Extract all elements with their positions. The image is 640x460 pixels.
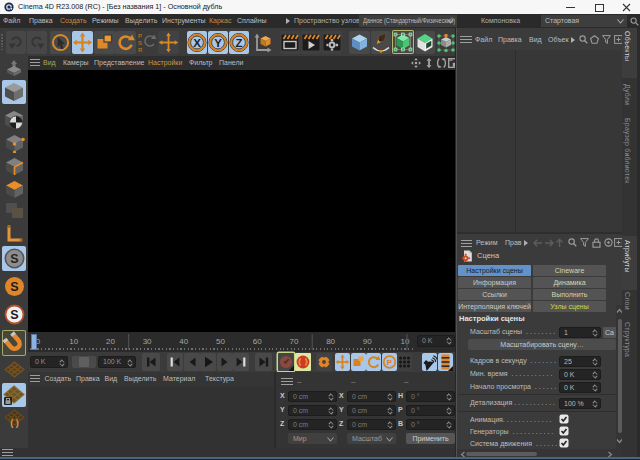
svg-text:P: P bbox=[138, 33, 142, 39]
svg-text:P: P bbox=[386, 358, 392, 367]
svg-text:S: S bbox=[138, 40, 142, 46]
svg-text:70: 70 bbox=[289, 337, 298, 346]
svg-text:90: 90 bbox=[363, 337, 372, 346]
svg-text:30: 30 bbox=[143, 337, 152, 346]
svg-text:10: 10 bbox=[69, 337, 78, 346]
svg-text:S: S bbox=[10, 308, 18, 322]
svg-text:20: 20 bbox=[106, 337, 115, 346]
svg-text:50: 50 bbox=[216, 337, 225, 346]
svg-text:Z: Z bbox=[235, 37, 242, 49]
svg-text:S: S bbox=[10, 252, 18, 266]
svg-text:10: 10 bbox=[401, 337, 410, 346]
svg-text:Y: Y bbox=[214, 37, 222, 49]
svg-text:40: 40 bbox=[179, 337, 188, 346]
svg-text:R: R bbox=[138, 47, 143, 53]
svg-text:( ): ( ) bbox=[10, 418, 19, 428]
svg-text:X: X bbox=[193, 37, 201, 49]
svg-text:S: S bbox=[10, 280, 18, 294]
svg-text:60: 60 bbox=[253, 337, 262, 346]
svg-text:80: 80 bbox=[326, 337, 335, 346]
